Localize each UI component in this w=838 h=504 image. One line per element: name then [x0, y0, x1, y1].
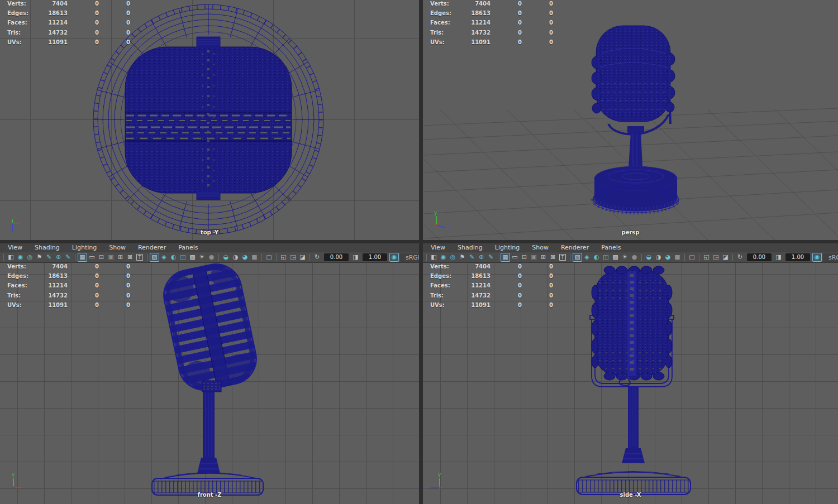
exposure-field[interactable]: 0.00 — [324, 253, 349, 261]
buffer-a-icon[interactable]: ◱ — [702, 253, 711, 262]
shaded-mode-icon[interactable]: ◈ — [159, 253, 169, 262]
resolution-gate-icon[interactable]: ⊡ — [97, 253, 106, 262]
contrast-field[interactable]: 1.00 — [785, 253, 810, 261]
contrast-icon[interactable]: ◨ — [774, 253, 783, 262]
toolbar-separator — [641, 254, 642, 261]
wireframe-mode-icon[interactable]: ▧ — [573, 253, 582, 262]
viewport-persp[interactable]: y z Verts: 7404 0 0 Edges: 18613 0 0 Fac… — [423, 0, 838, 240]
resolution-gate-icon[interactable]: ⊡ — [520, 253, 529, 262]
hud-row: Edges: 18613 0 0 — [7, 8, 130, 18]
wireframe-on-shaded-icon[interactable]: ◫ — [601, 253, 611, 262]
wipe-icon[interactable]: ◪ — [721, 253, 730, 262]
toolbar-separator — [570, 254, 570, 261]
image-plane-icon[interactable]: ✎ — [467, 253, 477, 262]
camera-icon[interactable]: ◧ — [429, 253, 439, 262]
menu-item[interactable]: Shading — [28, 243, 66, 252]
buffer-b-icon[interactable]: ◲ — [288, 253, 298, 262]
hud-stat-value: 11214 — [42, 282, 68, 289]
hud-stat-zero: 0 — [522, 273, 553, 279]
bookmark-icon[interactable]: ⚑ — [35, 253, 44, 262]
isolate-select-icon[interactable]: ▢ — [687, 253, 697, 262]
hud-stat-zero: 0 — [522, 282, 553, 289]
menu-item[interactable]: Lighting — [66, 243, 103, 252]
contrast-field[interactable]: 1.00 — [363, 253, 387, 261]
isolate-select-icon[interactable]: ▢ — [264, 253, 274, 262]
menu-item[interactable]: Shading — [451, 243, 489, 252]
gate-mask-icon[interactable]: ▣ — [106, 253, 116, 262]
menu-item[interactable]: Lighting — [489, 243, 526, 252]
lighting-icon[interactable]: ☀ — [620, 253, 630, 262]
exposure-icon[interactable]: ↻ — [312, 253, 322, 262]
safe-action-icon[interactable]: ⊠ — [125, 253, 135, 262]
mic-stand-side-wireframe — [577, 387, 691, 495]
safe-title-icon[interactable]: T — [136, 254, 143, 261]
toolbar-separator — [732, 254, 733, 261]
camera-lock-icon[interactable]: ◉ — [16, 253, 25, 262]
camera-lock-icon[interactable]: ◉ — [439, 253, 448, 262]
menu-item[interactable]: Renderer — [132, 243, 172, 252]
menu-item[interactable]: Show — [103, 243, 132, 252]
grid-toggle-icon[interactable]: ▦ — [78, 253, 87, 262]
xray-icon[interactable]: ◕ — [663, 253, 673, 262]
buffer-a-icon[interactable]: ◱ — [279, 253, 288, 262]
menu-item[interactable]: View — [425, 243, 451, 252]
wipe-icon[interactable]: ◪ — [298, 253, 307, 262]
exposure-field[interactable]: 0.00 — [747, 253, 772, 261]
hud-stat-zero: 0 — [68, 273, 99, 279]
motion-blur-icon[interactable]: ◑ — [231, 253, 240, 262]
hud-stat-zero: 0 — [68, 1, 99, 7]
hud-stat-label: Verts: — [430, 1, 465, 7]
xray-icon[interactable]: ◕ — [240, 253, 250, 262]
camera-attributes-icon[interactable]: ◎ — [25, 253, 35, 262]
safe-title-icon[interactable]: T — [559, 254, 566, 261]
grease-pencil-icon[interactable]: ✎ — [63, 253, 73, 262]
bookmark-icon[interactable]: ⚑ — [458, 253, 467, 262]
occlusion-icon[interactable]: ◒ — [221, 253, 231, 262]
wireframe-mode-icon[interactable]: ▧ — [150, 253, 159, 262]
viewport-side[interactable]: y z View Shading Lighting Show Renderer … — [423, 243, 838, 504]
default-material-icon[interactable]: ▩ — [188, 253, 197, 262]
menu-item[interactable]: View — [2, 243, 28, 252]
lighting-icon[interactable]: ☀ — [197, 253, 207, 262]
film-gate-icon[interactable]: ▭ — [510, 253, 520, 262]
motion-blur-icon[interactable]: ◑ — [654, 253, 663, 262]
shaded-mode-icon[interactable]: ◈ — [582, 253, 592, 262]
menu-item[interactable]: Panels — [172, 243, 204, 252]
camera-icon[interactable]: ◧ — [6, 253, 16, 262]
menu-item[interactable]: Panels — [595, 243, 627, 252]
hud-stat-label: Verts: — [430, 263, 465, 270]
default-material-icon[interactable]: ▩ — [611, 253, 620, 262]
pan-zoom-icon[interactable]: ⊕ — [54, 253, 63, 262]
image-plane-icon[interactable]: ✎ — [44, 253, 54, 262]
occlusion-icon[interactable]: ◒ — [644, 253, 654, 262]
backface-icon[interactable]: ■ — [250, 253, 259, 262]
menu-item[interactable]: Renderer — [555, 243, 595, 252]
textured-mode-icon[interactable]: ◐ — [592, 253, 601, 262]
hud-stat-value: 18613 — [42, 10, 68, 16]
pan-zoom-icon[interactable]: ⊕ — [477, 253, 486, 262]
viewport-top[interactable]: Verts: 7404 0 0 Edges: 18613 0 0 Faces: … — [0, 0, 419, 240]
axis-indicator-persp — [436, 216, 445, 228]
field-chart-icon[interactable]: ⊞ — [539, 253, 548, 262]
hud-stat-zero: 0 — [522, 39, 553, 45]
shadows-icon[interactable]: ● — [630, 253, 639, 262]
buffer-b-icon[interactable]: ◲ — [711, 253, 721, 262]
safe-action-icon[interactable]: ⊠ — [548, 253, 558, 262]
film-gate-icon[interactable]: ▭ — [87, 253, 97, 262]
field-chart-icon[interactable]: ⊞ — [116, 253, 125, 262]
grid-toggle-icon[interactable]: ▦ — [501, 253, 510, 262]
gamma-toggle-icon[interactable]: ◉ — [389, 253, 399, 262]
gate-mask-icon[interactable]: ▣ — [529, 253, 539, 262]
gamma-toggle-icon[interactable]: ◉ — [812, 253, 822, 262]
camera-attributes-icon[interactable]: ◎ — [448, 253, 458, 262]
contrast-icon[interactable]: ◨ — [351, 253, 360, 262]
shadows-icon[interactable]: ● — [207, 253, 216, 262]
viewport-front[interactable]: y View Shading Lighting Show Renderer Pa… — [0, 243, 419, 504]
menu-item[interactable]: Show — [526, 243, 555, 252]
wireframe-on-shaded-icon[interactable]: ◫ — [178, 253, 188, 262]
backface-icon[interactable]: ■ — [673, 253, 682, 262]
textured-mode-icon[interactable]: ◐ — [169, 253, 178, 262]
hud-row: Verts: 7404 0 0 — [430, 0, 553, 8]
exposure-icon[interactable]: ↻ — [735, 253, 745, 262]
grease-pencil-icon[interactable]: ✎ — [486, 253, 496, 262]
